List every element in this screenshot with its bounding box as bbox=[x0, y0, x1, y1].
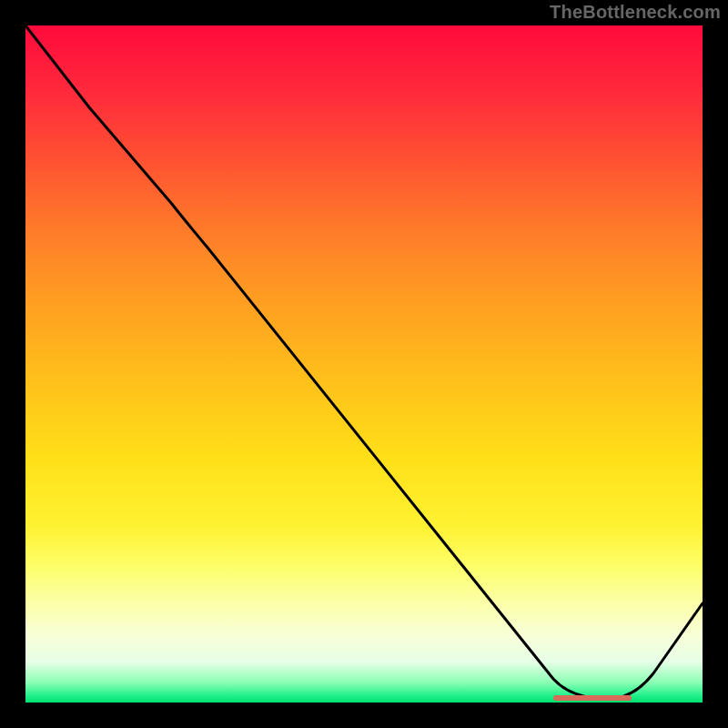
axis-left-margin bbox=[0, 0, 25, 728]
chart-container: TheBottleneck.com bbox=[0, 0, 728, 728]
optimum-marker bbox=[553, 695, 632, 701]
plot-area bbox=[25, 25, 703, 703]
watermark: TheBottleneck.com bbox=[550, 2, 721, 23]
bottleneck-curve bbox=[25, 25, 703, 703]
axis-bottom-margin bbox=[0, 703, 728, 728]
